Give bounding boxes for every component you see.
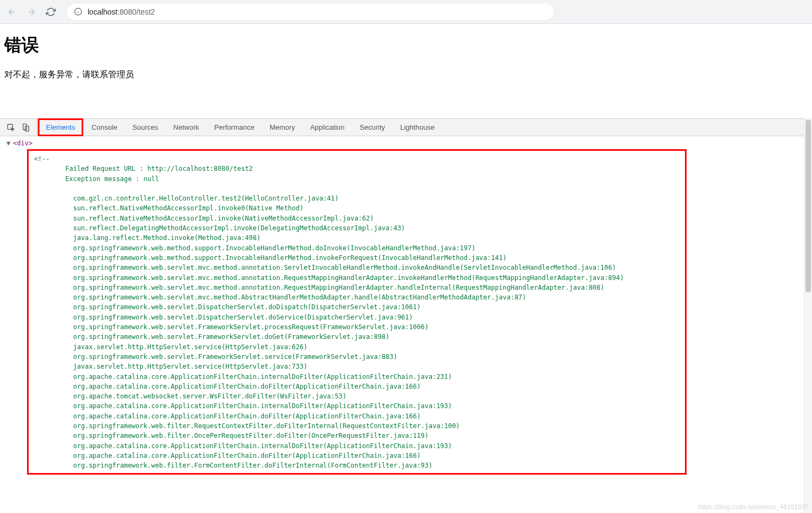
svg-rect-3 [8, 124, 12, 129]
devtools-icon-group [0, 119, 37, 136]
reload-icon [46, 7, 56, 17]
devtools-tablist: ElementsConsoleSourcesNetworkPerformance… [0, 119, 812, 136]
devtools-tab-network[interactable]: Network [166, 119, 207, 136]
elements-panel[interactable]: ▼<div> <!-- Failed Request URL : http://… [0, 136, 812, 513]
url-port: :8080 [117, 8, 136, 16]
devtools-tab-lighthouse[interactable]: Lighthouse [392, 119, 442, 136]
inspect-icon[interactable] [5, 122, 16, 133]
back-button[interactable] [4, 4, 19, 19]
devtools-tab-sources[interactable]: Sources [125, 119, 166, 136]
reload-button[interactable] [43, 4, 58, 19]
watermark-text: https://blog.csdn.net/weixin_4610183? [698, 503, 809, 511]
info-icon [74, 8, 82, 16]
url-host: localhost [88, 8, 117, 16]
error-message: 对不起，服务异常，请联系管理员 [4, 69, 806, 81]
tree-node-div[interactable]: ▼<div> [6, 138, 812, 148]
devtools-tab-memory[interactable]: Memory [262, 119, 303, 136]
page-body: 错误 对不起，服务异常，请联系管理员 [0, 24, 812, 118]
devtools-tab-application[interactable]: Application [303, 119, 352, 136]
highlighted-comment-block: <!-- Failed Request URL : http://localho… [27, 149, 687, 475]
url-path: /test2 [136, 8, 155, 16]
forward-button[interactable] [24, 4, 39, 19]
vertical-scrollbar[interactable] [804, 118, 812, 513]
caret-down-icon[interactable]: ▼ [6, 138, 12, 148]
devtools-tab-console[interactable]: Console [84, 119, 125, 136]
arrow-right-icon [26, 7, 36, 17]
devtools-tab-elements[interactable]: Elements [38, 119, 83, 136]
devtools-panel: ElementsConsoleSourcesNetworkPerformance… [0, 118, 812, 513]
url-text: localhost:8080/test2 [88, 8, 155, 16]
page-title: 错误 [4, 34, 806, 57]
html-comment-content: <!-- Failed Request URL : http://localho… [34, 154, 680, 471]
devtools-tab-performance[interactable]: Performance [207, 119, 262, 136]
devtools-tab-security[interactable]: Security [352, 119, 392, 136]
device-toggle-icon[interactable] [21, 122, 31, 133]
browser-toolbar: localhost:8080/test2 [0, 0, 812, 24]
address-bar[interactable]: localhost:8080/test2 [67, 4, 554, 20]
scrollbar-thumb[interactable] [806, 119, 811, 292]
arrow-left-icon [7, 7, 17, 17]
